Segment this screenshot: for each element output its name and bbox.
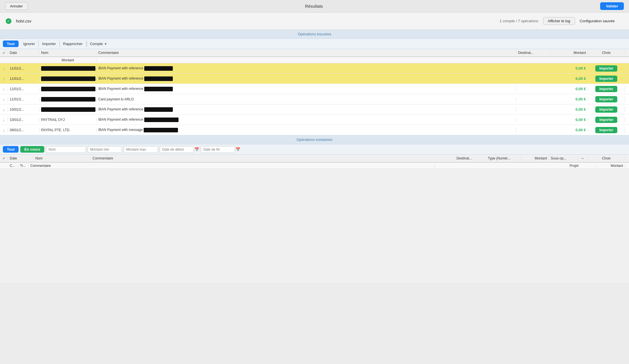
arrow-down-icon: ↓ [3, 107, 5, 112]
filter-importer-button[interactable]: Importer [39, 41, 59, 47]
arrow-down-icon: ↓ [3, 66, 5, 71]
arrow-down-icon: ↓ [3, 76, 5, 81]
col-destinataire[interactable]: Destinat... [516, 51, 551, 55]
operations-trouvees-header: Opérations trouvées [0, 30, 629, 39]
table-subheader-existantes: C... Tr... Commentaire Projet Montant [0, 163, 629, 169]
col-destin-ex[interactable]: Destinat... [455, 156, 486, 160]
top-bar: Annuler Résultats Valider [0, 0, 629, 13]
main-content: Opérations trouvées Tout Ignorer Importe… [0, 30, 629, 283]
row3-comment: IBAN Payment with reference [97, 87, 516, 91]
row2-choix[interactable]: Importer [588, 76, 625, 82]
filter-compte-dropdown[interactable]: Compte ▼ [88, 41, 109, 47]
filter-tout-existantes-button[interactable]: Tout [3, 146, 19, 153]
col-check: ✓ [0, 51, 8, 55]
row3-montant: 0,00 € [551, 87, 588, 91]
filter-rapprocher-button[interactable]: Rapprocher [60, 41, 86, 47]
row1-nom [39, 66, 97, 71]
filter-date-fin: 📅 [201, 146, 240, 153]
empty-area [0, 169, 629, 283]
row3-check[interactable]: ↓ [0, 86, 8, 91]
col-choix[interactable]: Choix [588, 51, 625, 55]
col-date-ex[interactable]: Date [8, 156, 34, 160]
row1-date: 11/01/2... [8, 66, 39, 70]
filter-date-debut: 📅 [160, 146, 199, 153]
row2-check[interactable]: ↓ [0, 76, 8, 81]
page-title: Résultats [28, 4, 600, 9]
row3-nom [39, 87, 97, 91]
sub-montant3-ex: Montant [596, 164, 625, 168]
filter-bar-trouvees: Tout Ignorer Importer Rapprocher Compte … [0, 39, 629, 49]
sub-comment-ex: Commentaire [29, 164, 435, 168]
arrow-down-icon: ↓ [3, 117, 5, 122]
row6-montant: 0,00 € [551, 118, 588, 122]
row6-comment: IBAN Payment with reference [97, 118, 516, 122]
chevron-down-icon: ▼ [104, 42, 107, 46]
redacted-destin [144, 128, 178, 132]
redacted-destin [144, 107, 173, 112]
operations-existantes-header: Opérations existantes [0, 135, 629, 144]
filter-ignorer-button[interactable]: Ignorer [20, 41, 39, 47]
row5-check[interactable]: ↓ [0, 107, 8, 112]
row3-date: 11/01/2... [8, 87, 39, 91]
redacted-nom [41, 66, 95, 71]
col-montant[interactable]: Montant [551, 51, 588, 55]
row2-comment: IBAN Payment with reference [97, 76, 516, 81]
row7-choix[interactable]: Importer [588, 127, 625, 133]
config-saved-label: Configuration sauvée [580, 19, 615, 23]
filter-nom-input[interactable] [46, 146, 86, 153]
importer-button[interactable]: Importer [595, 76, 617, 82]
row3-choix[interactable]: Importer [588, 86, 625, 92]
col-montant-ex[interactable]: Montant [520, 156, 549, 160]
row6-date: 10/01/2... [8, 118, 39, 122]
col-date[interactable]: Date [8, 51, 39, 55]
filter-date-fin-input[interactable] [201, 146, 235, 153]
col-comment-ex[interactable]: Commentaire [91, 156, 455, 160]
table-header-existantes: ✓ Date Nom Commentaire Destinat... Type … [0, 155, 629, 163]
col-nom-ex[interactable]: Nom [34, 156, 91, 160]
arrow-down-icon: ↓ [3, 86, 5, 91]
row5-montant: 0,00 € [551, 107, 588, 112]
row4-check[interactable]: ↓ [0, 97, 8, 102]
table-row: ↓ 11/01/2... Card payment to ARLO 0,00 €… [0, 94, 629, 104]
row1-choix[interactable]: Importer [588, 65, 625, 72]
show-log-button[interactable]: Afficher le log [543, 17, 575, 25]
filter-tout-button[interactable]: Tout [3, 41, 19, 47]
col-sousop-ex[interactable]: Sous-op... [549, 156, 578, 160]
redacted-destin [144, 66, 173, 71]
col-check-ex: ✓ [0, 156, 8, 160]
importer-button[interactable]: Importer [595, 127, 617, 133]
redacted-nom [41, 97, 95, 102]
file-bar: ✓ holvi.csv 1 compte / 7 opérations Affi… [0, 13, 629, 30]
importer-button[interactable]: Importer [595, 117, 617, 123]
filter-montant-min-input[interactable] [88, 146, 122, 153]
row4-choix[interactable]: Importer [588, 96, 625, 102]
filter-encours-button[interactable]: En cours [20, 146, 44, 153]
importer-button[interactable]: Importer [595, 106, 617, 113]
filter-date-debut-input[interactable] [160, 146, 194, 153]
validate-button[interactable]: Valider [600, 2, 624, 10]
calendar-icon[interactable]: 📅 [195, 147, 199, 151]
row4-montant: 0,00 € [551, 97, 588, 101]
row5-choix[interactable]: Importer [588, 106, 625, 113]
calendar-icon[interactable]: 📅 [236, 147, 240, 151]
importer-button[interactable]: Importer [595, 86, 617, 92]
col-commentaire[interactable]: Commentaire [97, 51, 516, 55]
importer-button[interactable]: Importer [595, 65, 617, 72]
redacted-destin [144, 118, 179, 122]
col-nom[interactable]: Nom [39, 51, 97, 55]
row6-choix[interactable]: Importer [588, 117, 625, 123]
arrow-down-icon: ↓ [3, 128, 5, 132]
sub-projet-ex: Projet [568, 164, 596, 168]
row4-date: 11/01/2... [8, 97, 39, 101]
col-type-ex[interactable]: Type (Numér... [486, 156, 520, 160]
row1-check[interactable]: ↓ [0, 66, 8, 71]
table-row: ↓ 09/01/2... PAYPAL PTE. LTD. IBAN Payme… [0, 125, 629, 135]
cancel-button[interactable]: Annuler [5, 2, 28, 10]
row2-date: 11/01/2... [8, 77, 39, 81]
filter-montant-max-input[interactable] [124, 146, 158, 153]
col-choix-ex[interactable]: Choix [588, 156, 625, 160]
row7-check[interactable]: ↓ [0, 128, 8, 132]
row6-check[interactable]: ↓ [0, 117, 8, 122]
row4-nom [39, 97, 97, 102]
importer-button[interactable]: Importer [595, 96, 617, 102]
